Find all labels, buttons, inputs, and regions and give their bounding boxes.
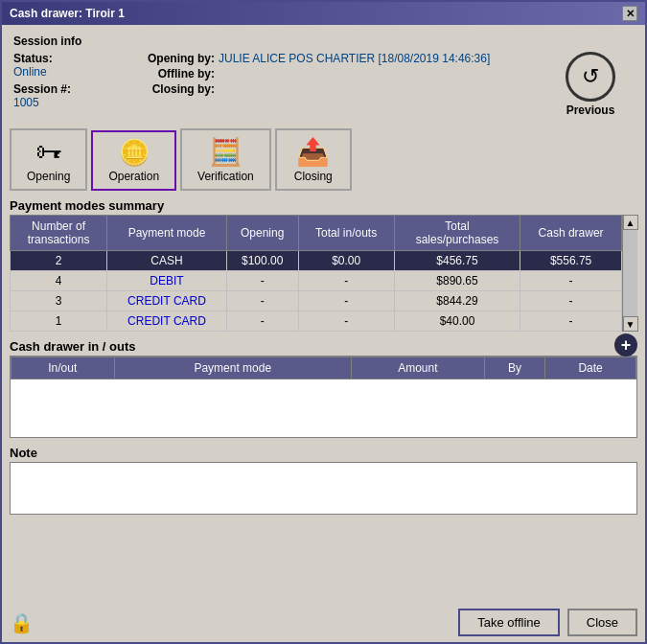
tab-opening[interactable]: 🗝 Opening [10,128,87,191]
note-section: Note [10,442,637,515]
scroll-up-button[interactable]: ▲ [623,215,638,230]
col-total-sales: Totalsales/purchases [394,216,520,251]
cell-inouts: - [298,311,394,332]
take-offline-button[interactable]: Take offline [458,609,560,636]
payment-modes-title: Payment modes summary [10,198,637,213]
previous-label: Previous [566,104,615,117]
cell-transactions: 1 [11,311,107,332]
opening-icon: 🗝 [35,136,62,168]
cell-transactions: 2 [11,251,107,271]
tab-verification-label: Verification [197,170,254,183]
add-inout-button[interactable]: + [614,334,637,356]
note-title: Note [10,446,637,460]
inout-empty-row [12,380,636,437]
payment-table-header: Number oftransactions Payment mode Openi… [11,216,622,251]
window-title: Cash drawer: Tiroir 1 [10,7,125,20]
payment-table-area: Number oftransactions Payment mode Openi… [10,215,637,332]
cell-mode: DEBIT [107,271,227,291]
main-window: Cash drawer: Tiroir 1 ✕ Session info Sta… [0,0,647,644]
cell-sales: $844.29 [394,291,520,311]
session-info-section: Session info Status: Online Session #: 1… [10,31,637,121]
tab-bar: 🗝 Opening 🪙 Operation 🧮 Verification 📤 C… [10,128,637,191]
cell-cash: $556.75 [520,251,622,271]
cash-inout-table: In/out Payment mode Amount By Date [11,356,636,437]
cell-sales: $890.65 [394,271,520,291]
inout-table-header: In/out Payment mode Amount By Date [12,357,636,380]
cell-inouts: $0.00 [298,251,394,271]
footer: 🔒 Take offline Close [2,603,645,642]
cell-mode: CREDIT CARD [107,311,227,332]
cell-sales: $40.00 [394,311,520,332]
tab-operation[interactable]: 🪙 Operation [91,130,176,191]
tab-closing[interactable]: 📤 Closing [275,128,352,191]
note-box[interactable] [10,462,637,515]
cell-opening: - [226,291,298,311]
status-value: Online [13,65,47,79]
col-inout-payment-mode: Payment mode [114,357,351,380]
opening-by-label: Opening by: [128,52,215,65]
cell-opening: $100.00 [226,251,298,271]
cell-sales: $456.75 [394,251,520,271]
operation-icon: 🪙 [119,138,150,168]
opening-by-value: JULIE ALICE POS CHARTIER [18/08/2019 14:… [219,52,490,65]
opening-by-row: Opening by: JULIE ALICE POS CHARTIER [18… [128,52,547,65]
payment-modes-section: Payment modes summary Number oftransacti… [10,195,637,332]
col-inout: In/out [12,357,115,380]
verification-icon: 🧮 [209,136,243,168]
cell-mode: CASH [107,251,227,271]
col-opening: Opening [226,216,298,251]
cell-cash: - [520,311,622,332]
cell-cash: - [520,291,622,311]
main-content: Session info Status: Online Session #: 1… [2,25,645,603]
tab-opening-label: Opening [27,170,70,183]
session-right: ↺ Previous [547,52,634,117]
cell-transactions: 3 [11,291,107,311]
window-close-button[interactable]: ✕ [622,6,637,21]
session-grid: Status: Online Session #: 1005 Opening b… [13,52,634,117]
title-bar: Cash drawer: Tiroir 1 ✕ [2,2,645,25]
col-payment-mode: Payment mode [107,216,227,251]
tab-verification[interactable]: 🧮 Verification [180,128,271,191]
col-cash-drawer: Cash drawer [520,216,622,251]
session-info-title: Session info [13,34,634,48]
col-date: Date [545,357,636,380]
closing-icon: 📤 [296,136,330,168]
scroll-down-button[interactable]: ▼ [623,316,638,332]
tab-closing-label: Closing [294,170,333,183]
col-by: By [484,357,544,380]
cell-inouts: - [298,271,394,291]
payment-table-row[interactable]: 4 DEBIT - - $890.65 - [11,271,622,291]
cell-mode: CREDIT CARD [107,291,227,311]
col-transactions: Number oftransactions [11,216,107,251]
cash-inout-title: Cash drawer in / outs [10,339,637,354]
session-num-value: 1005 [13,96,39,109]
payment-table-row[interactable]: 1 CREDIT CARD - - $40.00 - [11,311,622,332]
cell-cash: - [520,271,622,291]
offline-by-label: Offline by: [128,67,215,80]
cash-inout-section: Cash drawer in / outs + In/out Payment m… [10,335,637,438]
cash-inout-table-area: In/out Payment mode Amount By Date [10,356,637,438]
col-amount: Amount [351,357,484,380]
session-num-section: Session #: 1005 [13,82,128,109]
payment-table-scrollbar[interactable]: ▲ ▼ [622,215,637,332]
session-middle: Opening by: JULIE ALICE POS CHARTIER [18… [128,52,547,98]
col-total-inouts: Total in/outs [298,216,394,251]
payment-table-row[interactable]: 3 CREDIT CARD - - $844.29 - [11,291,622,311]
cell-transactions: 4 [11,271,107,291]
lock-icon: 🔒 [10,611,34,634]
close-button[interactable]: Close [567,609,637,636]
cell-opening: - [226,271,298,291]
closing-by-row: Closing by: [128,82,547,96]
offline-by-row: Offline by: [128,67,547,80]
closing-by-label: Closing by: [128,82,215,96]
session-left: Status: Online Session #: 1005 [13,52,128,109]
previous-button[interactable]: ↺ [566,52,615,102]
status-label: Status: Online [13,52,128,79]
cell-opening: - [226,311,298,332]
tab-operation-label: Operation [108,170,159,183]
payment-modes-table: Number oftransactions Payment mode Openi… [10,215,622,332]
payment-table-row[interactable]: 2 CASH $100.00 $0.00 $456.75 $556.75 [11,251,622,271]
cell-inouts: - [298,291,394,311]
